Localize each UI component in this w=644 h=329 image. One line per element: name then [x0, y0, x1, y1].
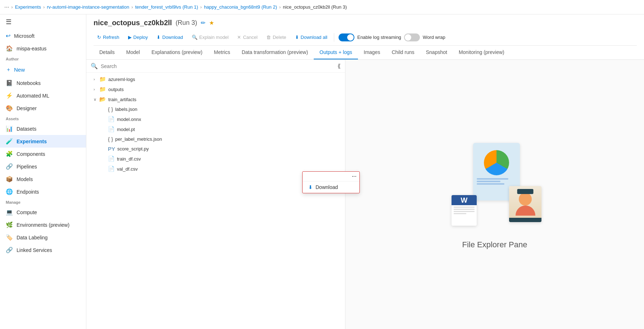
endpoints-label: Endpoints — [17, 189, 39, 195]
tab-outputs-logs[interactable]: Outputs + logs — [314, 46, 358, 59]
delete-icon: 🗑 — [266, 35, 271, 40]
file-row-model-onnx[interactable]: 📄 model.onnx — [86, 114, 345, 124]
explain-model-button[interactable]: 🔍 Explain model — [188, 33, 232, 42]
favorite-icon[interactable]: ★ — [209, 19, 214, 26]
tab-child-runs[interactable]: Child runs — [386, 46, 420, 59]
datalabeling-label: Data Labeling — [17, 235, 47, 240]
refresh-button[interactable]: ↻ Refresh — [94, 33, 123, 42]
download-icon: ⬇ — [157, 35, 160, 40]
word-line — [454, 211, 475, 212]
home-icon: 🏠 — [6, 45, 13, 52]
sidebar-item-notebooks[interactable]: 📓 Notebooks — [0, 77, 86, 89]
tabs: Details Model Explanations (preview) Met… — [86, 46, 644, 60]
tab-model[interactable]: Model — [121, 46, 146, 59]
context-menu: ··· ⬇ Download — [302, 171, 345, 193]
section-label-assets: Assets — [0, 114, 86, 122]
file-row-labels-json[interactable]: { } labels.json — [86, 104, 345, 114]
cancel-button[interactable]: ✕ Cancel — [233, 33, 261, 42]
edit-icon[interactable]: ✏ — [201, 19, 205, 26]
datasets-label: Datasets — [17, 126, 36, 132]
sidebar-item-designer[interactable]: 🎨 Designer — [0, 102, 86, 114]
download-all-button[interactable]: ⬇ Download all — [291, 33, 331, 42]
file-icon: 📄 — [108, 116, 115, 122]
photo-doc — [509, 186, 541, 222]
sidebar: ☰ ↩ Microsoft 🏠 mispa-eastus Author ＋ Ne… — [0, 14, 86, 329]
download-menu-label: Download — [316, 184, 338, 190]
breadcrumb-run1[interactable]: tender_forest_vrbl9lvs (Run 1) — [135, 4, 198, 10]
expand-arrow-train-artifacts[interactable]: ∨ — [94, 97, 99, 102]
context-menu-dots[interactable]: ··· — [303, 172, 345, 181]
file-name: labels.json — [115, 107, 341, 112]
file-icon: 📄 — [108, 166, 115, 172]
breadcrumb-current: nice_octopus_cz0kb2ll (Run 3) — [283, 4, 347, 10]
deploy-button[interactable]: ▶ Deploy — [124, 33, 151, 42]
hamburger-icon[interactable]: ☰ — [6, 18, 12, 26]
download-button[interactable]: ⬇ Download — [153, 33, 187, 42]
folder-icon: 📁 — [99, 86, 106, 93]
tab-snapshot[interactable]: Snapshot — [420, 46, 453, 59]
sidebar-item-datalabeling[interactable]: 🏷️ Data Labeling — [0, 231, 86, 244]
designer-label: Designer — [17, 105, 37, 111]
download-label: Download — [162, 35, 183, 40]
download-all-label: Download all — [301, 35, 327, 40]
sidebar-item-compute[interactable]: 💻 Compute — [0, 206, 86, 218]
tab-metrics[interactable]: Metrics — [208, 46, 236, 59]
sidebar-item-components[interactable]: 🧩 Components — [0, 148, 86, 160]
context-menu-download[interactable]: ⬇ Download — [303, 181, 345, 193]
delete-button[interactable]: 🗑 Delete — [263, 33, 290, 42]
breadcrumb-experiment-name[interactable]: rv-automl-image-instance-segmentation — [47, 4, 129, 10]
breadcrumb-bar: ··· › Experiments › rv-automl-image-inst… — [0, 0, 644, 14]
file-row-train-df[interactable]: 📄 train_df.csv — [86, 154, 345, 164]
file-row-model-pt[interactable]: 📄 model.pt — [86, 124, 345, 134]
sidebar-workspace[interactable]: 🏠 mispa-eastus — [0, 42, 86, 55]
word-line — [454, 209, 475, 210]
brand-label: Microsoft — [14, 33, 35, 39]
collapse-panel-button[interactable]: ⟪ — [337, 63, 341, 69]
environments-icon: 🌿 — [6, 221, 13, 228]
cancel-icon: ✕ — [237, 35, 241, 40]
word-wrap-toggle[interactable] — [404, 33, 420, 41]
file-row-score-script[interactable]: PY score_script.py — [86, 144, 345, 154]
sidebar-item-automatedml[interactable]: ⚡ Automated ML — [0, 89, 86, 102]
expand-arrow-outputs[interactable]: › — [94, 87, 99, 91]
new-button[interactable]: ＋ New — [0, 63, 86, 77]
page-title: nice_octopus_cz0kb2ll — [94, 19, 172, 27]
refresh-label: Refresh — [103, 35, 119, 40]
components-icon: 🧩 — [6, 150, 13, 157]
sidebar-item-datasets[interactable]: 📊 Datasets — [0, 122, 86, 135]
word-doc-lines — [452, 205, 477, 216]
sidebar-header[interactable]: ☰ — [0, 14, 86, 30]
sidebar-item-endpoints[interactable]: 🌐 Endpoints — [0, 185, 86, 198]
tab-explanations[interactable]: Explanations (preview) — [146, 46, 208, 59]
sidebar-item-linkedservices[interactable]: 🔗 Linked Services — [0, 244, 86, 256]
toolbar-separator — [334, 33, 334, 42]
file-row-outputs[interactable]: › 📁 outputs — [86, 84, 345, 94]
word-doc: W — [452, 195, 477, 226]
file-search-input[interactable] — [101, 63, 335, 69]
sidebar-item-models[interactable]: 📦 Models — [0, 173, 86, 185]
deploy-label: Deploy — [133, 35, 148, 40]
folder-icon: 📁 — [99, 76, 106, 82]
toolbar: ↻ Refresh ▶ Deploy ⬇ Download 🔍 Explain … — [94, 31, 637, 46]
tab-images[interactable]: Images — [358, 46, 386, 59]
file-row-per-label-metrics[interactable]: { } per_label_metrics.json — [86, 134, 345, 144]
file-row-train-artifacts[interactable]: ∨ 📂 train_artifacts — [86, 94, 345, 104]
datasets-icon: 📊 — [6, 125, 13, 132]
log-streaming-toggle[interactable] — [339, 33, 354, 41]
illustration-panel: W — [345, 60, 644, 329]
sidebar-item-experiments[interactable]: 🧪 Experiments — [0, 135, 86, 148]
more-options-icon[interactable]: ··· — [4, 4, 9, 10]
file-row-azureml-logs[interactable]: › 📁 azureml-logs — [86, 74, 345, 84]
breadcrumb-experiments[interactable]: Experiments — [15, 4, 41, 10]
breadcrumb-run2[interactable]: happy_chaconia_bgn68nt9 (Run 2) — [204, 4, 277, 10]
sidebar-brand-microsoft[interactable]: ↩ Microsoft — [0, 30, 86, 42]
sidebar-item-pipelines[interactable]: 🔗 Pipelines — [0, 160, 86, 173]
tab-monitoring[interactable]: Monitoring (preview) — [453, 46, 510, 59]
experiments-label: Experiments — [17, 139, 47, 144]
pie-chart — [484, 150, 509, 175]
sidebar-item-environments[interactable]: 🌿 Environments (preview) — [0, 218, 86, 231]
expand-arrow-azureml-logs[interactable]: › — [94, 77, 99, 81]
components-label: Components — [17, 151, 45, 157]
tab-details[interactable]: Details — [94, 46, 121, 59]
tab-data-transformation[interactable]: Data transformation (preview) — [236, 46, 314, 59]
